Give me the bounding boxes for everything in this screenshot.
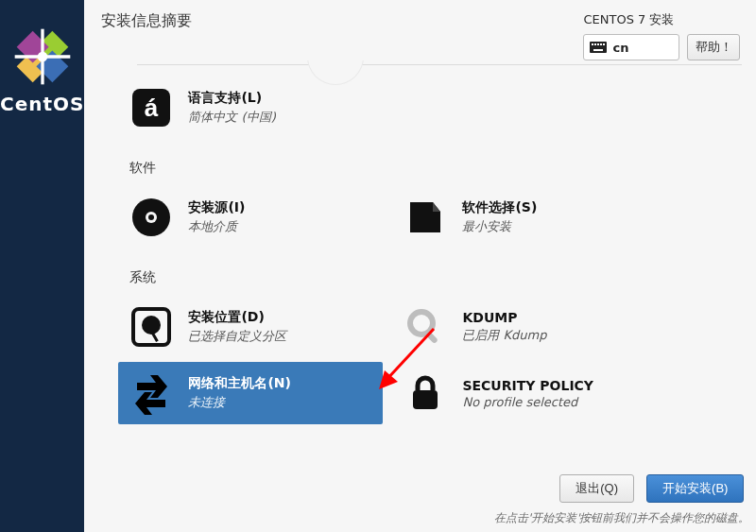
svg-rect-9 <box>594 43 596 45</box>
spoke-title: SECURITY POLICY <box>462 378 593 393</box>
svg-rect-13 <box>593 49 603 51</box>
footer-hint: 在点击'开始安装'按钮前我们并不会操作您的磁盘。 <box>84 508 756 532</box>
spoke-installation-source[interactable]: 安装源(I) 本地介质 <box>118 186 383 249</box>
centos-logo-icon <box>9 28 76 85</box>
svg-point-18 <box>148 215 154 220</box>
spoke-subtitle: 未连接 <box>188 394 291 411</box>
keyboard-layout-code: cn <box>612 41 628 55</box>
spoke-title: 网络和主机名(N) <box>188 375 291 392</box>
spoke-title: 软件选择(S) <box>462 199 537 216</box>
spoke-network-hostname[interactable]: 网络和主机名(N) 未连接 <box>118 362 383 424</box>
divider <box>137 64 742 65</box>
spoke-title: KDUMP <box>462 310 546 325</box>
lock-icon <box>402 369 449 417</box>
brand-name: CentOS <box>0 93 84 115</box>
help-button[interactable]: 帮助！ <box>687 34 740 60</box>
quit-button[interactable]: 退出(Q) <box>559 474 634 503</box>
spoke-kdump[interactable]: KDUMP 已启用 Kdump <box>392 296 657 358</box>
svg-rect-7 <box>590 42 607 53</box>
product-name: CENTOS 7 安装 <box>583 11 740 28</box>
begin-install-button[interactable]: 开始安装(B) <box>646 474 744 503</box>
harddisk-icon <box>128 303 175 351</box>
spoke-title: 安装源(I) <box>188 199 245 216</box>
spoke-subtitle: 已启用 Kdump <box>462 327 546 344</box>
header-right: CENTOS 7 安装 cn 帮助！ <box>583 11 740 60</box>
section-header-system: 系统 <box>129 269 742 286</box>
svg-rect-12 <box>603 43 605 45</box>
spoke-subtitle: 已选择自定义分区 <box>188 328 286 345</box>
spoke-title: 安装位置(D) <box>188 309 286 326</box>
keyboard-icon <box>590 42 607 53</box>
spoke-subtitle: No profile selected <box>462 395 593 409</box>
spoke-subtitle: 本地介质 <box>188 218 245 235</box>
header-bar: 安装信息摘要 CENTOS 7 安装 cn 帮助！ <box>84 0 756 60</box>
svg-rect-8 <box>592 43 593 45</box>
spoke-subtitle: 简体中文 (中国) <box>188 109 275 126</box>
svg-rect-11 <box>600 43 602 45</box>
disc-icon <box>128 194 175 241</box>
spoke-language-support[interactable]: á 语言支持(L) 简体中文 (中国) <box>118 77 383 139</box>
spoke-scroll-area: á 语言支持(L) 简体中文 (中国) 软件 安装源(I) 本地介质 <box>84 60 756 467</box>
svg-rect-24 <box>413 390 438 409</box>
language-icon: á <box>128 84 175 131</box>
page-title: 安装信息摘要 <box>101 11 192 31</box>
magnifier-icon <box>402 303 449 351</box>
spoke-installation-destination[interactable]: 安装位置(D) 已选择自定义分区 <box>118 296 383 358</box>
svg-point-22 <box>410 312 433 335</box>
spoke-title: 语言支持(L) <box>188 90 275 107</box>
main-pane: 安装信息摘要 CENTOS 7 安装 cn 帮助！ <box>84 0 756 532</box>
svg-rect-10 <box>597 43 599 45</box>
spoke-subtitle: 最小安装 <box>462 218 537 235</box>
package-icon <box>402 194 449 241</box>
spoke-software-selection[interactable]: 软件选择(S) 最小安装 <box>392 186 657 249</box>
keyboard-layout-indicator[interactable]: cn <box>583 34 679 60</box>
section-header-software: 软件 <box>129 160 742 177</box>
svg-text:á: á <box>145 94 159 122</box>
footer-bar: 退出(Q) 开始安装(B) <box>84 467 756 508</box>
network-icon <box>128 369 175 417</box>
spoke-security-policy[interactable]: SECURITY POLICY No profile selected <box>392 362 657 424</box>
brand-sidebar: CentOS <box>0 0 84 532</box>
